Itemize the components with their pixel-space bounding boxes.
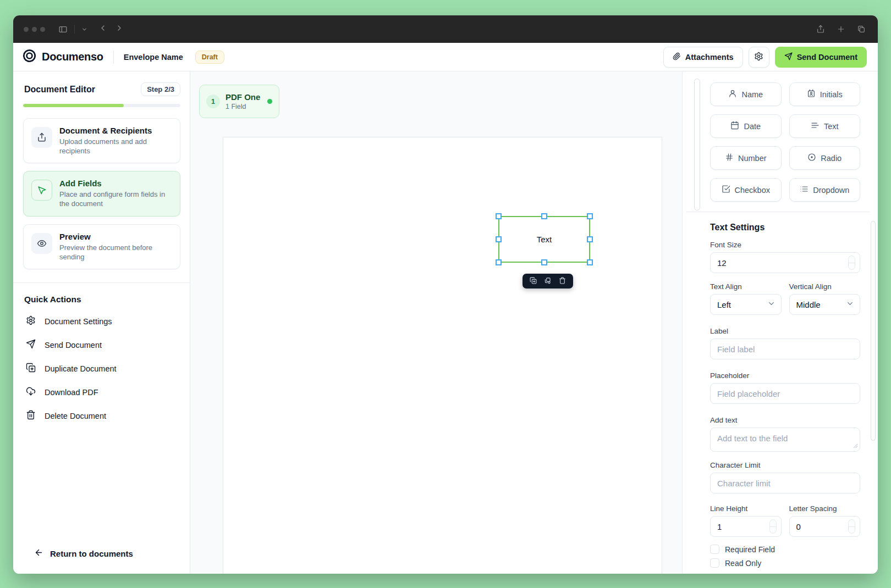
text-align-label: Text Align xyxy=(710,282,782,291)
close-window-button[interactable] xyxy=(24,27,29,32)
brand-name: Documenso xyxy=(42,51,103,63)
eye-icon xyxy=(31,233,52,254)
sidebar-title: Document Editor xyxy=(24,85,95,95)
field-toolbar xyxy=(522,274,573,289)
cloud-download-icon xyxy=(26,386,36,398)
quick-action-delete-document[interactable]: Delete Document xyxy=(23,410,180,422)
quick-action-download-pdf[interactable]: Download PDF xyxy=(23,386,180,398)
delete-field-button[interactable] xyxy=(557,275,569,287)
required-field-checkbox-row[interactable]: Required Field xyxy=(710,545,860,554)
zoom-window-button[interactable] xyxy=(40,27,45,32)
page-number-badge: 1 xyxy=(206,95,220,108)
resize-handle-s[interactable] xyxy=(541,259,547,265)
read-only-checkbox-row[interactable]: Read Only xyxy=(710,558,860,568)
resize-handle-n[interactable] xyxy=(541,213,547,219)
chevron-down-icon[interactable] xyxy=(81,26,87,32)
upload-icon xyxy=(31,127,52,148)
send-icon xyxy=(26,339,36,351)
resize-handle-w[interactable] xyxy=(496,236,502,242)
duplicate-all-pages-icon xyxy=(544,277,551,286)
share-icon[interactable] xyxy=(816,25,825,34)
hash-icon xyxy=(725,153,734,163)
character-limit-input[interactable] xyxy=(710,473,860,493)
duplicate-field-button[interactable] xyxy=(527,275,539,287)
resize-handle-nw[interactable] xyxy=(496,213,502,219)
resize-handle-ne[interactable] xyxy=(587,213,593,219)
resize-handle-se[interactable] xyxy=(587,259,593,265)
resize-handle-sw[interactable] xyxy=(496,259,502,265)
number-stepper[interactable] xyxy=(769,519,777,534)
copy-plus-icon xyxy=(26,363,36,375)
page-tab-pdf-one[interactable]: 1 PDF One 1 Field xyxy=(199,85,279,118)
progress-fill xyxy=(23,104,124,107)
attachments-button[interactable]: Attachments xyxy=(663,47,743,68)
gear-icon xyxy=(26,315,36,328)
return-to-documents-link[interactable]: Return to documents xyxy=(34,548,133,559)
titlebar-divider xyxy=(74,25,75,34)
text-align-select[interactable]: Left xyxy=(710,294,782,315)
paperclip-icon xyxy=(673,52,681,62)
window-scrollbar-thumb[interactable] xyxy=(871,221,876,441)
brand-logo[interactable]: Documenso xyxy=(22,48,103,65)
quick-actions-title: Quick Actions xyxy=(24,295,180,304)
header-actions: Attachments Send Document xyxy=(663,47,867,68)
contact-card-icon xyxy=(807,89,816,99)
field-button-text[interactable]: Text xyxy=(789,114,861,138)
quick-action-document-settings[interactable]: Document Settings xyxy=(23,315,180,328)
step-document-recipients[interactable]: Document & Recipients Upload documents a… xyxy=(23,118,180,163)
document-page[interactable] xyxy=(223,137,662,574)
chevron-down-icon xyxy=(767,299,776,309)
new-tab-icon[interactable] xyxy=(837,25,845,34)
progress-bar xyxy=(23,104,180,107)
envelope-name[interactable]: Envelope Name xyxy=(124,53,183,62)
forward-icon[interactable] xyxy=(115,24,124,35)
duplicate-all-pages-button[interactable] xyxy=(542,275,554,287)
field-placeholder-input[interactable] xyxy=(710,383,860,404)
minimize-window-button[interactable] xyxy=(32,27,37,32)
send-icon xyxy=(784,52,793,62)
quick-action-send-document[interactable]: Send Document xyxy=(23,339,180,351)
line-height-label: Line Height xyxy=(710,504,782,513)
add-text-textarea[interactable] xyxy=(710,428,860,452)
label-label: Label xyxy=(710,327,860,335)
panel-scrollbar-thumb[interactable] xyxy=(694,79,700,210)
document-editor-sidebar: Document Editor Step 2/3 Document & Reci… xyxy=(13,71,190,574)
send-document-button[interactable]: Send Document xyxy=(775,47,867,68)
field-button-name[interactable]: Name xyxy=(710,82,782,106)
vertical-align-select[interactable]: Middle xyxy=(789,294,861,315)
field-button-radio[interactable]: Radio xyxy=(789,146,861,170)
add-text-label: Add text xyxy=(710,416,860,424)
letter-spacing-label: Letter Spacing xyxy=(789,504,861,513)
step-preview[interactable]: Preview Preview the document before send… xyxy=(23,224,180,269)
number-stepper[interactable] xyxy=(848,519,855,534)
text-lines-icon xyxy=(811,121,820,131)
back-icon[interactable] xyxy=(98,24,107,35)
checkbox-icon xyxy=(722,185,730,195)
text-field-on-document[interactable]: Text xyxy=(498,216,590,263)
field-button-checkbox[interactable]: Checkbox xyxy=(710,178,782,202)
sidebar-toggle-icon[interactable] xyxy=(58,25,68,34)
document-settings-button[interactable] xyxy=(749,47,769,68)
resize-handle-e[interactable] xyxy=(587,236,593,242)
field-button-number[interactable]: Number xyxy=(710,146,782,170)
number-stepper[interactable] xyxy=(848,256,855,270)
arrow-left-icon xyxy=(34,548,43,559)
field-button-initials[interactable]: Initials xyxy=(789,82,861,106)
user-icon xyxy=(728,89,737,99)
read-only-checkbox[interactable] xyxy=(710,558,719,568)
sidebar-divider xyxy=(13,282,190,283)
chevron-down-icon xyxy=(846,299,854,309)
trash-icon xyxy=(26,410,36,422)
step-add-fields[interactable]: Add Fields Place and configure form fiel… xyxy=(23,171,180,216)
font-size-input[interactable] xyxy=(710,252,860,273)
required-field-checkbox[interactable] xyxy=(710,545,719,554)
field-label-input[interactable] xyxy=(710,339,860,359)
status-badge: Draft xyxy=(195,51,224,64)
quick-action-duplicate-document[interactable]: Duplicate Document xyxy=(23,363,180,375)
field-button-date[interactable]: Date xyxy=(710,114,782,138)
tab-overview-icon[interactable] xyxy=(857,25,866,34)
desktop-background: Documenso Envelope Name Draft Attachment… xyxy=(0,0,891,588)
field-button-dropdown[interactable]: Dropdown xyxy=(789,178,861,202)
placeholder-label: Placeholder xyxy=(710,371,860,380)
window-titlebar xyxy=(13,15,878,43)
